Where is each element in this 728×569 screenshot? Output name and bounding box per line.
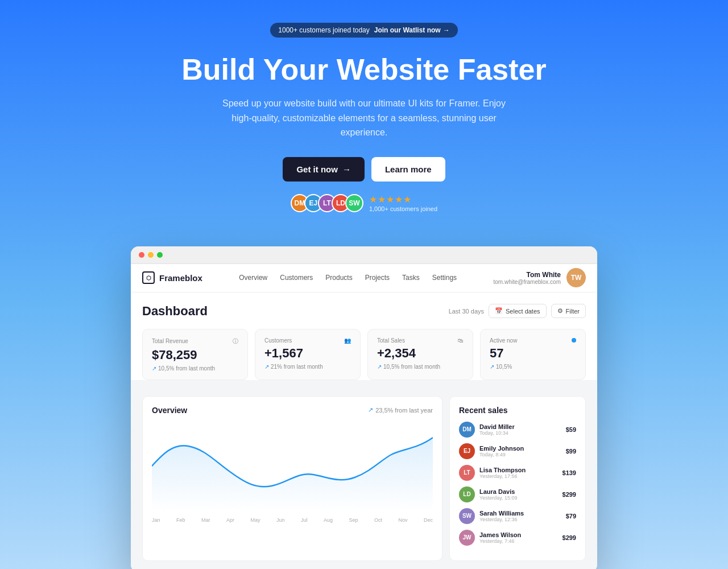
sale-info: Lisa Thompson Yesterday, 17:56 (479, 467, 558, 479)
sale-time: Today, 10:34 (479, 430, 561, 436)
sale-name: Sarah Williams (479, 510, 561, 517)
nav-customers[interactable]: Customers (280, 274, 313, 282)
revenue-change: ↗ 10,5% from last month (152, 365, 238, 372)
sale-amount: $59 (566, 426, 576, 433)
sale-time: Yesterday, 12:36 (479, 517, 561, 522)
active-label: Active now (490, 337, 576, 344)
maximize-dot (157, 252, 163, 258)
recent-sales-card: Recent sales DM David Miller Today, 10:3… (449, 396, 586, 561)
chart-stat: ↗ 23,5% from last year (368, 406, 433, 414)
month-aug: Aug (324, 517, 333, 523)
sale-item: SW Sarah Williams Yesterday, 12:36 $79 (459, 508, 576, 524)
avatar-group: DM EJ LT LD SW (291, 194, 363, 212)
nav-brand: ⬡ Frameblox (142, 271, 202, 284)
metric-cards: Total Revenue ⓘ $78,259 ↗ 10,5% from las… (142, 329, 586, 380)
get-it-now-button[interactable]: Get it now → (283, 157, 365, 182)
month-oct: Oct (374, 517, 382, 523)
filter-button[interactable]: ⚙ Filter (551, 304, 586, 318)
rating-section: ★★★★★ 1,000+ customers joined (369, 194, 437, 212)
up-arrow-icon: ↗ (377, 364, 382, 370)
announcement-bar: 1000+ customers joined today Join our Wa… (270, 23, 457, 38)
recent-sales-title: Recent sales (459, 406, 576, 415)
brand-name: Frameblox (159, 273, 202, 283)
sale-info: Emily Johnson Today, 8:49 (479, 445, 561, 457)
cta-buttons: Get it now → Learn more (283, 157, 445, 182)
metric-sales: Total Sales 🛍 +2,354 ↗ 10,5% from last m… (367, 329, 473, 380)
up-arrow-icon: ↗ (264, 364, 269, 370)
sale-info: Sarah Williams Yesterday, 12:36 (479, 510, 561, 522)
sale-item: EJ Emily Johnson Today, 8:49 $99 (459, 443, 576, 459)
dashboard-title: Dashboard (142, 304, 208, 319)
revenue-label: Total Revenue ⓘ (152, 337, 238, 345)
month-sep: Sep (349, 517, 358, 523)
sale-time: Yesterday, 17:56 (479, 473, 558, 479)
chart-month-labels: Jan Feb Mar Apr May Jun Jul Aug Sep Oct … (152, 517, 433, 523)
avatar: SW (345, 194, 363, 212)
nav-tasks[interactable]: Tasks (402, 274, 420, 282)
sale-time: Yesterday, 7:46 (479, 538, 558, 544)
revenue-value: $78,259 (152, 348, 238, 362)
nav-overview[interactable]: Overview (239, 274, 267, 282)
sale-name: David Miller (479, 423, 561, 430)
chart-arrow-icon: ↗ (368, 406, 373, 414)
sale-info: Laura Davis Yesterday, 15:09 (479, 488, 558, 501)
social-proof: DM EJ LT LD SW ★★★★★ 1,000+ customers jo… (291, 194, 437, 212)
up-arrow-icon: ↗ (490, 364, 494, 370)
sale-avatar: SW (459, 508, 475, 524)
active-change: ↗ 10,5% (490, 364, 576, 370)
sale-avatar: LD (459, 486, 475, 502)
sale-avatar: LT (459, 465, 475, 481)
window-titlebar (131, 246, 597, 264)
active-value: 57 (490, 346, 576, 361)
user-avatar: TW (566, 268, 586, 287)
dashboard-content: Dashboard Last 30 days 📅 Select dates ⚙ … (131, 292, 597, 380)
minimize-dot (148, 252, 154, 258)
sale-time: Today, 8:49 (479, 452, 561, 457)
metric-customers: Customers 👥 +1,567 ↗ 21% from last month (255, 329, 361, 380)
nav-projects[interactable]: Projects (365, 274, 390, 282)
user-info: Tom White tom.white@frameblox.com (493, 271, 561, 285)
nav-settings[interactable]: Settings (432, 274, 457, 282)
chart-card: Overview ↗ 23,5% from last year (142, 396, 442, 561)
sale-amount: $79 (566, 513, 576, 519)
sale-item: DM David Miller Today, 10:34 $59 (459, 422, 576, 438)
customers-value: +1,567 (264, 346, 351, 361)
nav-products[interactable]: Products (325, 274, 352, 282)
chart-title: Overview (152, 406, 187, 415)
sale-avatar: EJ (459, 443, 475, 459)
hero-subtitle: Speed up your website build with our ult… (216, 96, 512, 140)
sale-avatar: JW (459, 530, 475, 546)
dashboard-header: Dashboard Last 30 days 📅 Select dates ⚙ … (142, 304, 586, 319)
month-feb: Feb (176, 517, 185, 523)
sale-name: James Wilson (479, 531, 558, 538)
sale-name: Emily Johnson (479, 445, 561, 452)
hero-title: Build Your Website Faster (181, 53, 546, 86)
sale-amount: $99 (566, 448, 576, 455)
active-dot-icon (572, 338, 576, 343)
dashboard-controls: Last 30 days 📅 Select dates ⚙ Filter (449, 304, 586, 318)
sale-info: David Miller Today, 10:34 (479, 423, 561, 436)
sale-amount: $299 (562, 491, 576, 498)
brand-icon: ⬡ (142, 271, 155, 284)
sale-time: Yesterday, 15:09 (479, 495, 558, 501)
period-label: Last 30 days (449, 308, 484, 315)
filter-icon: ⚙ (557, 307, 563, 315)
join-link[interactable]: Join our Watlist now → (374, 26, 450, 34)
sale-info: James Wilson Yesterday, 7:46 (479, 531, 558, 544)
sales-list: DM David Miller Today, 10:34 $59 EJ Emil… (459, 422, 576, 546)
month-jul: Jul (301, 517, 308, 523)
customers-label: Customers 👥 (264, 337, 351, 344)
sales-change: ↗ 10,5% from last month (377, 364, 464, 370)
chart-svg (152, 420, 433, 512)
sale-amount: $299 (562, 534, 576, 541)
sale-amount: $139 (562, 469, 576, 476)
month-mar: Mar (201, 517, 210, 523)
month-jun: Jun (276, 517, 285, 523)
app-nav: ⬡ Frameblox Overview Customers Products … (131, 264, 597, 292)
select-dates-button[interactable]: 📅 Select dates (489, 304, 547, 318)
metric-revenue: Total Revenue ⓘ $78,259 ↗ 10,5% from las… (142, 329, 248, 380)
sales-value: +2,354 (377, 346, 464, 361)
learn-more-button[interactable]: Learn more (371, 157, 445, 182)
user-email: tom.white@frameblox.com (493, 279, 561, 285)
nav-links: Overview Customers Products Projects Tas… (239, 274, 457, 282)
